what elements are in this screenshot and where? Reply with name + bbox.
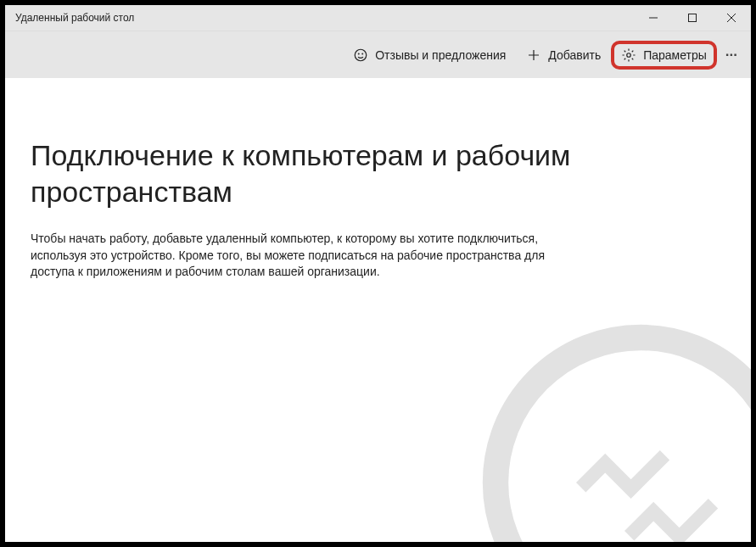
plus-icon: [526, 47, 541, 63]
svg-point-3: [362, 53, 363, 54]
title-bar: Удаленный рабочий стол: [5, 5, 751, 31]
maximize-icon: [688, 14, 697, 22]
page-description: Чтобы начать работу, добавьте удаленный …: [31, 231, 557, 281]
remote-desktop-logo: [479, 321, 751, 542]
svg-rect-0: [689, 14, 697, 22]
command-bar: Отзывы и предложения Добавить Параметры …: [5, 31, 751, 78]
svg-point-4: [627, 53, 631, 57]
minimize-button[interactable]: [634, 5, 673, 31]
svg-point-2: [359, 53, 360, 54]
more-icon: ···: [725, 47, 737, 64]
maximize-button[interactable]: [673, 5, 712, 31]
content-area: Подключение к компьютерам и рабочим прос…: [5, 78, 751, 542]
window-controls: [634, 5, 751, 31]
more-button[interactable]: ···: [717, 40, 746, 70]
add-button[interactable]: Добавить: [516, 41, 611, 70]
feedback-button[interactable]: Отзывы и предложения: [343, 41, 516, 70]
svg-point-1: [355, 49, 367, 61]
settings-button[interactable]: Параметры: [611, 41, 717, 70]
content-inner: Подключение к компьютерам и рабочим прос…: [31, 137, 725, 281]
feedback-label: Отзывы и предложения: [375, 48, 506, 62]
add-label: Добавить: [548, 48, 601, 62]
minimize-icon: [649, 14, 658, 22]
gear-icon: [621, 47, 636, 63]
close-button[interactable]: [712, 5, 751, 31]
smiley-icon: [353, 47, 368, 63]
page-heading: Подключение к компьютерам и рабочим прос…: [31, 137, 725, 209]
close-icon: [727, 14, 736, 22]
app-window: Удаленный рабочий стол О: [5, 5, 751, 542]
settings-label: Параметры: [643, 48, 707, 62]
window-title: Удаленный рабочий стол: [15, 12, 134, 24]
